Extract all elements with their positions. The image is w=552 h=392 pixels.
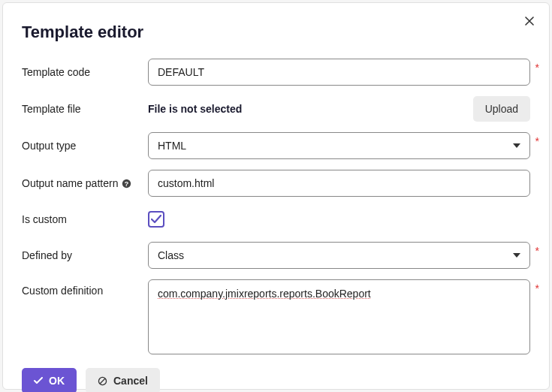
row-template-code: Template code *: [22, 59, 530, 86]
label-is-custom: Is custom: [22, 213, 148, 225]
ok-button[interactable]: OK: [22, 368, 77, 392]
dialog-title: Template editor: [22, 23, 530, 42]
output-type-value: HTML: [158, 140, 186, 152]
cancel-icon: [98, 376, 107, 386]
check-icon: [151, 215, 161, 224]
output-type-select[interactable]: HTML: [148, 132, 530, 159]
file-status-text: File is not selected: [148, 103, 242, 115]
template-code-input[interactable]: [148, 59, 530, 86]
label-output-name-pattern: Output name pattern ?: [22, 177, 148, 189]
custom-definition-value: com.company.jmixreports.reports.BookRepo…: [158, 288, 371, 300]
cancel-label: Cancel: [113, 375, 148, 387]
caret-down-icon: [513, 143, 520, 148]
required-marker: *: [535, 135, 539, 147]
label-output-type: Output type: [22, 140, 148, 152]
close-button[interactable]: [522, 14, 537, 30]
button-bar: OK Cancel: [22, 368, 530, 392]
label-template-file: Template file: [22, 103, 148, 115]
template-editor-dialog: Template editor Template code * Template…: [2, 2, 550, 390]
defined-by-value: Class: [158, 249, 184, 261]
custom-definition-textarea[interactable]: com.company.jmixreports.reports.BookRepo…: [148, 279, 530, 354]
svg-text:?: ?: [125, 179, 128, 187]
check-icon: [34, 377, 43, 384]
defined-by-select[interactable]: Class: [148, 242, 530, 269]
output-name-pattern-input[interactable]: [148, 170, 530, 197]
help-icon[interactable]: ?: [121, 178, 131, 188]
label-custom-definition: Custom definition: [22, 279, 148, 297]
close-icon: [525, 16, 534, 28]
row-is-custom: Is custom: [22, 207, 530, 231]
required-marker: *: [535, 62, 539, 74]
upload-button[interactable]: Upload: [473, 96, 530, 122]
row-custom-definition: Custom definition com.company.jmixreport…: [22, 279, 530, 354]
row-template-file: Template file File is not selected Uploa…: [22, 96, 530, 122]
required-marker: *: [535, 245, 539, 257]
label-text: Output name pattern: [22, 177, 118, 189]
ok-label: OK: [49, 375, 65, 387]
cancel-button[interactable]: Cancel: [86, 368, 160, 392]
svg-line-3: [100, 378, 105, 384]
label-defined-by: Defined by: [22, 249, 148, 261]
required-marker: *: [535, 282, 539, 294]
row-output-type: Output type HTML *: [22, 132, 530, 159]
label-template-code: Template code: [22, 66, 148, 78]
row-output-name-pattern: Output name pattern ?: [22, 170, 530, 197]
caret-down-icon: [513, 253, 520, 258]
is-custom-checkbox[interactable]: [148, 211, 164, 228]
row-defined-by: Defined by Class *: [22, 242, 530, 269]
